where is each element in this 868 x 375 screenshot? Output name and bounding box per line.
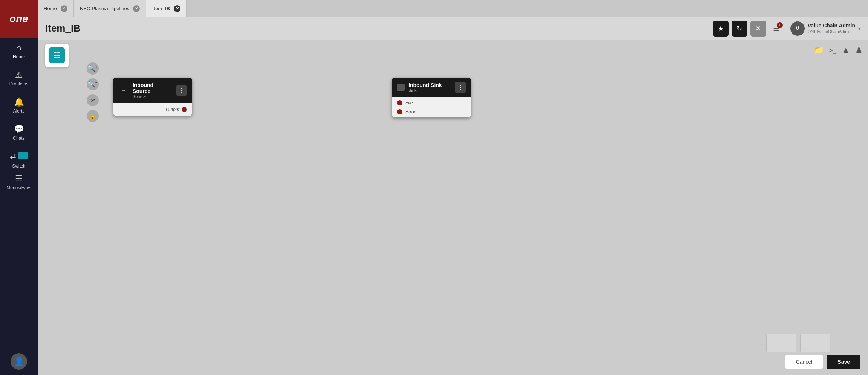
canvas-top-right: 📁 >_ ▲ ♟ [814, 45, 863, 55]
source-node-subtitle: Source [133, 94, 173, 99]
tab-neo-label: NEO Plasma Pipelines [80, 6, 130, 11]
zoom-in-icon: 🔍+ [88, 65, 98, 72]
tab-item-ib[interactable]: Item_IB ✕ [146, 0, 187, 17]
lock-button[interactable]: 🔓 [87, 110, 99, 122]
header-actions: ★ ↻ ✕ ☰ 1 V Value Chain Admin ONEIValueC… [713, 21, 860, 37]
user-avatar-header[interactable]: V [790, 21, 805, 36]
sidebar-item-menus[interactable]: ☰ Menus/Favs [0, 169, 38, 196]
bottom-actions: Cancel Save [785, 355, 860, 369]
sink-node-title: Inbound Sink [408, 82, 442, 88]
zoom-in-button[interactable]: 🔍+ [87, 62, 99, 75]
sink-file-row: File [397, 100, 466, 105]
source-node-footer: Output [113, 103, 192, 116]
folder-icon[interactable]: 📁 [814, 45, 824, 55]
sidebar-item-home[interactable]: ⌂ Home [0, 38, 38, 65]
mini-map-area [766, 334, 830, 352]
sink-square-icon [397, 84, 405, 91]
mini-map-box-2[interactable] [800, 334, 830, 352]
sink-node-text: Inbound Sink Sink [408, 82, 442, 93]
user-chevron-icon[interactable]: ▾ [858, 26, 860, 31]
sidebar-item-problems[interactable]: ⚠ Problems [0, 65, 38, 92]
sink-node-subtitle: Sink [408, 88, 442, 93]
switch-icon: ⇄ [10, 151, 16, 160]
zoom-out-button[interactable]: 🔍− [87, 78, 99, 90]
sidebar-item-alerts[interactable]: 🔔 Alerts [0, 92, 38, 119]
user-name: Value Chain Admin [808, 22, 855, 29]
cancel-button[interactable]: Cancel [785, 355, 824, 369]
sink-file-dot [397, 100, 402, 105]
mini-map-box-1[interactable] [766, 334, 796, 352]
notif-badge: 1 [777, 22, 783, 28]
deploy-icon[interactable]: ▲ [842, 45, 850, 55]
tab-neo[interactable]: NEO Plasma Pipelines ✕ [74, 0, 147, 17]
lock-icon: 🔓 [89, 113, 96, 120]
list-icon: ☷ [53, 51, 60, 60]
tab-item-ib-label: Item_IB [152, 6, 170, 11]
save-button[interactable]: Save [827, 355, 860, 369]
page-title: Item_IB [45, 23, 713, 34]
sidebar-label-chats: Chats [13, 136, 24, 141]
source-output-dot [182, 107, 187, 112]
user-info: V Value Chain Admin ONEIValueChainAdmin … [790, 21, 860, 36]
sink-node-inputs: File Error [392, 97, 471, 117]
switch-toggle[interactable] [18, 152, 28, 159]
source-node-title: Inbound Source [133, 82, 173, 94]
tab-item-ib-close[interactable]: ✕ [174, 5, 180, 12]
sink-error-label: Error [405, 109, 416, 114]
user-handle: ONEIValueChainAdmin [808, 29, 855, 34]
run-icon[interactable]: ♟ [855, 45, 863, 55]
source-node-menu[interactable]: ⋮ [176, 85, 187, 96]
canvas-toolbar: ☷ [45, 44, 69, 67]
fit-button[interactable]: ✂ [87, 94, 99, 106]
tabs-bar: Home ✕ NEO Plasma Pipelines ✕ Item_IB ✕ [38, 0, 868, 17]
tab-home-label: Home [44, 6, 57, 11]
terminal-icon[interactable]: >_ [829, 47, 836, 54]
home-icon: ⌂ [16, 43, 21, 53]
sink-node-menu[interactable]: ⋮ [455, 82, 466, 93]
source-node-header: → Inbound Source Source ⋮ [113, 78, 192, 103]
sink-file-label: File [405, 100, 413, 105]
user-text: Value Chain Admin ONEIValueChainAdmin [808, 22, 855, 34]
source-node[interactable]: → Inbound Source Source ⋮ Output [113, 78, 192, 116]
canvas-area[interactable]: ☷ 📁 >_ ▲ ♟ 🔍+ 🔍− ✂ 🔓 [38, 40, 868, 375]
sidebar-item-chats[interactable]: 💬 Chats [0, 119, 38, 146]
sidebar-label-home: Home [13, 54, 25, 59]
sidebar-label-problems: Problems [9, 81, 29, 87]
fit-icon: ✂ [90, 97, 95, 104]
main-content: Home ✕ NEO Plasma Pipelines ✕ Item_IB ✕ … [38, 0, 868, 375]
star-button[interactable]: ★ [713, 21, 729, 37]
warning-icon: ⚠ [15, 70, 23, 80]
refresh-button[interactable]: ↻ [732, 21, 747, 37]
sidebar-label-switch: Switch [12, 163, 25, 169]
zoom-controls: 🔍+ 🔍− ✂ 🔓 [87, 62, 99, 122]
sink-error-dot [397, 109, 402, 114]
menu-button[interactable]: ☰ 1 [769, 21, 784, 36]
zoom-out-icon: 🔍− [88, 81, 98, 88]
sink-node[interactable]: Inbound Sink Sink ⋮ File Error [392, 78, 471, 117]
list-view-button[interactable]: ☷ [49, 47, 65, 63]
sidebar-label-alerts: Alerts [13, 108, 25, 114]
menu-icon: ☰ [15, 174, 23, 184]
chat-icon: 💬 [14, 124, 24, 134]
source-arrow-icon: → [118, 85, 129, 96]
logo-text: one [9, 13, 28, 25]
tab-home-close[interactable]: ✕ [61, 5, 67, 12]
sidebar: one ⌂ Home ⚠ Problems 🔔 Alerts 💬 Chats ⇄… [0, 0, 38, 375]
close-button[interactable]: ✕ [750, 21, 766, 37]
sink-error-row: Error [397, 109, 466, 114]
tab-neo-close[interactable]: ✕ [133, 5, 140, 12]
user-initials: V [795, 25, 799, 32]
sidebar-bottom: 👤 [0, 348, 38, 375]
sidebar-label-menus: Menus/Favs [6, 185, 31, 191]
source-node-text: Inbound Source Source [133, 82, 173, 99]
bell-icon: 🔔 [14, 97, 24, 107]
tab-home[interactable]: Home ✕ [38, 0, 74, 17]
sidebar-item-switch[interactable]: ⇄ [0, 146, 38, 166]
page-header: Item_IB ★ ↻ ✕ ☰ 1 V Value Chain Admin ON… [38, 17, 868, 40]
logo[interactable]: one [0, 0, 38, 38]
source-output-label: Output [166, 107, 179, 112]
sink-node-header: Inbound Sink Sink ⋮ [392, 78, 471, 97]
user-avatar-sidebar[interactable]: 👤 [11, 353, 27, 370]
